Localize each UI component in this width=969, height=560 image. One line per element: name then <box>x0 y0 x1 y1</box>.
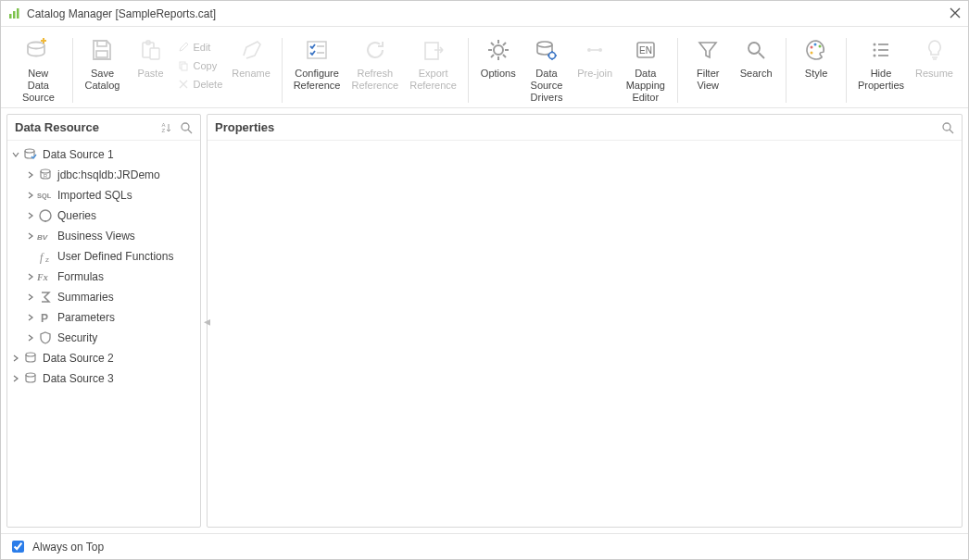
svg-point-53 <box>182 123 189 131</box>
configure-reference-button[interactable]: Configure Reference <box>288 32 346 93</box>
tree-node-imported-sqls[interactable]: SQL Imported SQLs <box>7 185 200 205</box>
svg-text:EN: EN <box>639 45 652 56</box>
paste-icon <box>136 36 164 64</box>
copy-button: Copy <box>174 56 226 75</box>
node-label: Data Source 1 <box>43 148 114 161</box>
join-icon <box>581 36 609 64</box>
expand-toggle[interactable] <box>24 270 37 283</box>
svg-line-38 <box>759 53 764 58</box>
always-on-top-checkbox[interactable] <box>12 541 24 553</box>
tree-node-data-source-3[interactable]: Data Source 3 <box>7 368 200 389</box>
expand-toggle[interactable] <box>24 230 37 243</box>
save-catalog-button[interactable]: Save Catalog <box>78 32 126 93</box>
svg-rect-6 <box>97 41 107 46</box>
properties-search-button[interactable] <box>939 119 956 136</box>
export-reference-label: Export Reference <box>409 68 457 92</box>
configure-reference-label: Configure Reference <box>294 68 341 92</box>
checklist-icon <box>303 36 331 64</box>
search-button[interactable]: Search <box>732 32 780 81</box>
mapping-icon: EN <box>632 36 660 64</box>
data-source-drivers-button[interactable]: Data Source Drivers <box>522 32 571 106</box>
expand-toggle[interactable] <box>24 311 37 324</box>
expand-toggle[interactable] <box>24 209 37 222</box>
svg-text:P: P <box>41 312 48 325</box>
expand-toggle[interactable] <box>24 291 37 304</box>
svg-rect-7 <box>96 51 107 57</box>
tree-node-parameters[interactable]: P Parameters <box>7 307 200 328</box>
list-icon <box>867 36 895 64</box>
svg-text:BV: BV <box>37 233 48 242</box>
tree-node-jdbc[interactable]: R jdbc:hsqldb:JRDemo <box>7 165 200 185</box>
svg-rect-10 <box>150 48 159 59</box>
hide-properties-button[interactable]: Hide Properties <box>852 32 910 93</box>
jdbc-icon: R <box>37 167 54 183</box>
paste-label: Paste <box>137 68 163 80</box>
tree-node-user-defined-functions[interactable]: fz User Defined Functions <box>7 246 200 267</box>
tree-node-data-source-1[interactable]: Data Source 1 <box>7 144 200 165</box>
delete-label: Delete <box>193 79 222 90</box>
style-button[interactable]: Style <box>792 32 840 81</box>
properties-title: Properties <box>215 120 936 134</box>
data-resource-title: Data Resource <box>15 120 154 134</box>
resume-button: Resume <box>910 32 959 81</box>
data-resource-panel: Data Resource A Z <box>6 114 201 528</box>
svg-rect-12 <box>182 64 187 70</box>
tree-node-business-views[interactable]: BV Business Views <box>7 226 200 246</box>
database-checked-icon <box>22 146 39 163</box>
svg-point-40 <box>814 44 817 46</box>
new-data-source-button[interactable]: New Data Source <box>10 32 67 106</box>
copy-label: Copy <box>193 60 217 71</box>
resource-tree[interactable]: Data Source 1 R jdbc:hsqldb:JRDemo SQL I… <box>7 141 200 527</box>
save-catalog-label: Save Catalog <box>85 68 120 92</box>
svg-point-59 <box>40 210 51 221</box>
data-mapping-editor-button[interactable]: EN Data Mapping Editor <box>619 32 672 106</box>
search-label: Search <box>740 68 773 80</box>
options-label: Options <box>481 68 516 80</box>
parameter-icon: P <box>37 309 54 326</box>
svg-line-68 <box>950 130 953 133</box>
filter-view-button[interactable]: Filter View <box>684 32 732 93</box>
svg-point-32 <box>587 48 591 52</box>
funnel-icon <box>694 36 722 64</box>
expand-toggle[interactable] <box>9 352 22 365</box>
database-icon <box>22 370 39 387</box>
search-icon <box>742 36 770 64</box>
svg-point-17 <box>494 45 503 55</box>
rename-label: Rename <box>232 68 271 80</box>
refresh-reference-button: Refresh Reference <box>346 32 404 93</box>
svg-point-42 <box>811 52 813 55</box>
query-icon <box>37 207 54 224</box>
expand-toggle[interactable] <box>24 331 37 344</box>
options-button[interactable]: Options <box>474 32 522 81</box>
svg-point-37 <box>749 43 760 54</box>
paste-button: Paste <box>126 32 174 81</box>
node-label: Queries <box>57 209 96 222</box>
expand-toggle[interactable] <box>9 372 22 385</box>
tree-node-formulas[interactable]: Fx Formulas <box>7 267 200 287</box>
node-label: Summaries <box>57 291 114 304</box>
svg-point-45 <box>873 49 875 52</box>
close-button[interactable] <box>942 6 961 21</box>
sql-icon: SQL <box>37 187 54 204</box>
svg-text:f: f <box>40 251 44 264</box>
expand-toggle[interactable] <box>24 168 37 181</box>
tree-node-data-source-2[interactable]: Data Source 2 <box>7 348 200 368</box>
svg-text:Z: Z <box>162 128 166 133</box>
svg-point-65 <box>26 353 35 356</box>
expand-toggle[interactable] <box>9 148 22 161</box>
properties-body <box>208 141 962 527</box>
tree-node-summaries[interactable]: Summaries <box>7 287 200 307</box>
always-on-top-label[interactable]: Always on Top <box>32 541 104 554</box>
database-icon <box>22 350 39 367</box>
sigma-icon <box>37 289 54 305</box>
tree-node-queries[interactable]: Queries <box>7 205 200 226</box>
lightbulb-icon <box>921 36 949 64</box>
svg-point-3 <box>28 43 44 49</box>
tree-node-security[interactable]: Security <box>7 328 200 348</box>
expand-toggle[interactable] <box>24 189 37 202</box>
sort-button[interactable]: A Z <box>157 119 174 136</box>
rename-button: Rename <box>226 32 276 81</box>
statusbar: Always on Top <box>1 533 968 559</box>
panel-search-button[interactable] <box>178 119 195 136</box>
database-plus-icon <box>24 36 52 64</box>
